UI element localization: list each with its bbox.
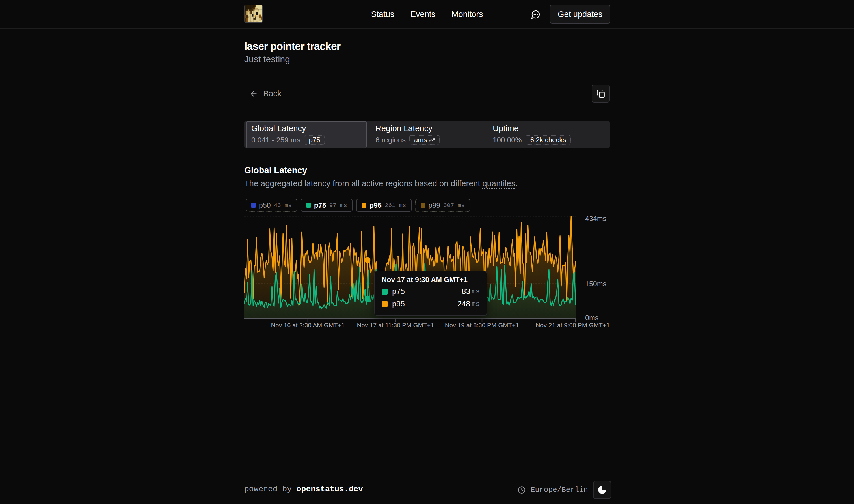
svg-text:Nov 19 at 8:30 PM GMT+1: Nov 19 at 8:30 PM GMT+1	[445, 322, 519, 329]
svg-text:150ms: 150ms	[585, 280, 606, 288]
svg-text:Nov 17 at 11:30 PM GMT+1: Nov 17 at 11:30 PM GMT+1	[357, 322, 434, 329]
svg-text:434ms: 434ms	[585, 215, 606, 222]
svg-text:0ms: 0ms	[585, 314, 598, 322]
svg-text:Nov 16 at 2:30 AM GMT+1: Nov 16 at 2:30 AM GMT+1	[271, 322, 345, 329]
svg-text:Nov 21 at 9:00 PM GMT+1: Nov 21 at 9:00 PM GMT+1	[536, 322, 610, 329]
